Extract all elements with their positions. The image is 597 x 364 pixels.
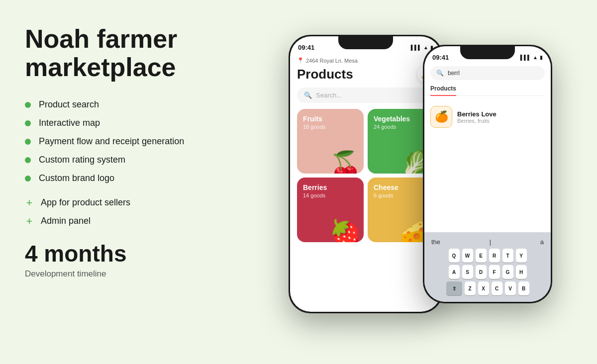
search-icon: 🔍 [304, 91, 312, 99]
features-included-list: Product search Interactive map Payment f… [25, 99, 284, 183]
keyboard[interactable]: the | a Q W E R T Y A S [424, 232, 551, 302]
kb-suggestion-1[interactable]: the [431, 238, 440, 246]
berries-emoji: 🍓 [329, 220, 362, 242]
phone-1-search-bar[interactable]: 🔍 Search... [297, 88, 434, 103]
kb-key-d[interactable]: D [476, 265, 487, 279]
kb-key-w[interactable]: W [462, 249, 473, 263]
phone-mockup-1: 09:41 ▌▌▌ ▲ ▮ 📍 2464 Royal Ln. Mesa Prod… [289, 35, 443, 313]
keyboard-row-1: Q W E R T Y [427, 249, 548, 263]
cheese-name: Cheese [374, 183, 428, 191]
kb-key-t[interactable]: T [502, 249, 513, 263]
vegetables-count: 24 goods [374, 124, 428, 130]
kb-key-z[interactable]: Z [465, 281, 476, 295]
phone-2-time: 09:41 [432, 54, 449, 61]
kb-key-x[interactable]: X [478, 281, 489, 295]
feature-label-1: Product search [39, 99, 99, 110]
timeline-duration: 4 months [25, 240, 284, 267]
phone-mockup-2: 09:41 ▌▌▌ ▲ ▮ 🔍 berrl [423, 45, 552, 303]
phone-1-body: 📍 2464 Royal Ln. Mesa Products 🔔 🔍 Searc… [290, 54, 441, 247]
features-addons-list: + App for product sellers + Admin panel [25, 197, 284, 226]
category-berries[interactable]: Berries 14 goods 🍓 [297, 178, 364, 242]
result-logo-emoji: 🍊 [435, 110, 448, 123]
keyboard-row-3: ⇧ Z X C V B [427, 281, 548, 295]
fruits-count: 18 goods [303, 124, 358, 130]
phone-2-notch [460, 46, 515, 59]
feature-label-3: Payment flow and receipt generation [39, 136, 184, 147]
keyboard-row-2: A S D F G H [427, 265, 548, 279]
kb-key-c[interactable]: C [492, 281, 502, 295]
products-header: Products 🔔 [297, 66, 434, 83]
kb-key-e[interactable]: E [476, 249, 487, 263]
timeline-section: 4 months Development timeline [25, 240, 284, 279]
feature-item-5: Custom brand logo [25, 173, 284, 183]
phone-1-status-icons: ▌▌▌ ▲ ▮ [411, 45, 433, 50]
kb-key-y[interactable]: Y [516, 249, 527, 263]
bullet-icon-3 [25, 139, 31, 145]
search-icon-2: 🔍 [436, 70, 444, 77]
feature-item-4: Custom rating system [25, 155, 284, 165]
plus-icon-1: + [25, 198, 34, 207]
addon-label-1: App for product sellers [41, 197, 130, 208]
phones-area: 09:41 ▌▌▌ ▲ ▮ 📍 2464 Royal Ln. Mesa Prod… [284, 20, 572, 344]
bullet-icon-4 [25, 157, 31, 163]
feature-label-4: Custom rating system [39, 155, 125, 165]
signal-icon: ▌▌▌ [411, 45, 421, 50]
signal-icon-2: ▌▌▌ [520, 55, 531, 60]
phone-2-status-icons: ▌▌▌ ▲ ▮ [520, 55, 543, 60]
kb-key-s[interactable]: S [462, 265, 473, 279]
search-tabs: Products [430, 85, 545, 96]
left-panel: Noah farmer marketplace Product search I… [25, 20, 284, 279]
berries-count: 14 goods [303, 192, 358, 198]
phone-1-notch [338, 36, 393, 49]
addon-item-2: + Admin panel [25, 216, 284, 226]
kb-key-q[interactable]: Q [449, 249, 460, 263]
location-icon: 📍 [297, 57, 304, 64]
addon-item-1: + App for product sellers [25, 197, 284, 208]
bullet-icon-5 [25, 176, 31, 182]
cheese-count: 6 goods [374, 192, 428, 198]
result-logo-1: 🍊 [430, 106, 452, 128]
phone-2-search-bar[interactable]: 🔍 berrl [430, 66, 545, 80]
wifi-icon-2: ▲ [533, 55, 538, 60]
result-name-1: Berries Love [457, 110, 497, 118]
feature-item-2: Interactive map [25, 118, 284, 128]
kb-key-f[interactable]: F [489, 265, 500, 279]
tab-products[interactable]: Products [430, 85, 456, 96]
location-text: 2464 Royal Ln. Mesa [306, 58, 358, 64]
feature-label-2: Interactive map [39, 118, 100, 128]
timeline-label: Development timeline [25, 269, 284, 279]
result-info-1: Berries Love Berries, fruits [457, 110, 497, 124]
fruits-name: Fruits [303, 115, 358, 123]
products-title: Products [297, 67, 353, 82]
berries-name: Berries [303, 183, 358, 191]
keyboard-suggestions: the | a [427, 236, 548, 249]
kb-suggestion-2: | [490, 238, 491, 246]
bullet-icon-1 [25, 102, 31, 108]
page-title: Noah farmer marketplace [25, 25, 284, 82]
kb-key-b[interactable]: B [518, 281, 529, 295]
kb-key-a[interactable]: A [449, 265, 460, 279]
search-placeholder: Search... [316, 91, 342, 99]
kb-key-h[interactable]: H [516, 265, 527, 279]
kb-key-shift[interactable]: ⇧ [446, 281, 462, 295]
bullet-icon-2 [25, 120, 31, 126]
categories-grid: Fruits 18 goods 🍒 Vegetables 24 goods 🥬 [297, 109, 434, 242]
phone-2-body: 🔍 berrl Products 🍊 [424, 64, 551, 137]
kb-key-v[interactable]: V [505, 281, 516, 295]
wifi-icon: ▲ [423, 45, 428, 50]
phone-1-screen: 09:41 ▌▌▌ ▲ ▮ 📍 2464 Royal Ln. Mesa Prod… [290, 36, 441, 312]
vegetables-name: Vegetables [374, 115, 428, 123]
result-subtitle-1: Berries, fruits [457, 118, 497, 124]
battery-icon-2: ▮ [540, 55, 543, 60]
location-row: 📍 2464 Royal Ln. Mesa [297, 57, 434, 64]
search-result-1[interactable]: 🍊 Berries Love Berries, fruits [430, 102, 545, 132]
kb-key-g[interactable]: G [502, 265, 513, 279]
search-value: berrl [448, 70, 460, 77]
phone-1-time: 09:41 [298, 44, 314, 51]
feature-item-3: Payment flow and receipt generation [25, 136, 284, 147]
feature-label-5: Custom brand logo [39, 173, 114, 183]
kb-key-r[interactable]: R [489, 249, 500, 263]
category-fruits[interactable]: Fruits 18 goods 🍒 [297, 109, 364, 174]
kb-suggestion-3[interactable]: a [540, 238, 544, 246]
plus-icon-2: + [25, 217, 34, 226]
